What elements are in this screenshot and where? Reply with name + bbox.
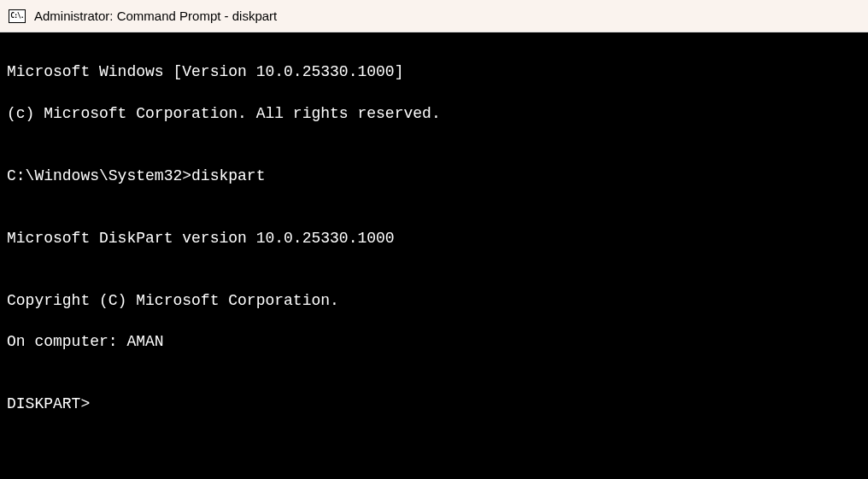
window-title: Administrator: Command Prompt - diskpart (34, 9, 277, 23)
terminal-line: (c) Microsoft Corporation. All rights re… (7, 103, 861, 124)
terminal-line: On computer: AMAN (7, 331, 861, 352)
terminal-line: Microsoft Windows [Version 10.0.25330.10… (7, 61, 861, 82)
terminal-prompt-line: C:\Windows\System32>diskpart (7, 166, 861, 186)
terminal-line: Copyright (C) Microsoft Corporation. (7, 290, 861, 311)
cmd-icon-text: C:\. (10, 12, 23, 20)
terminal-output[interactable]: Microsoft Windows [Version 10.0.25330.10… (0, 32, 868, 479)
cmd-icon: C:\. (9, 9, 26, 23)
titlebar[interactable]: C:\. Administrator: Command Prompt - dis… (0, 0, 868, 32)
terminal-prompt: DISKPART> (7, 394, 861, 414)
terminal-line: Microsoft DiskPart version 10.0.25330.10… (7, 228, 861, 248)
